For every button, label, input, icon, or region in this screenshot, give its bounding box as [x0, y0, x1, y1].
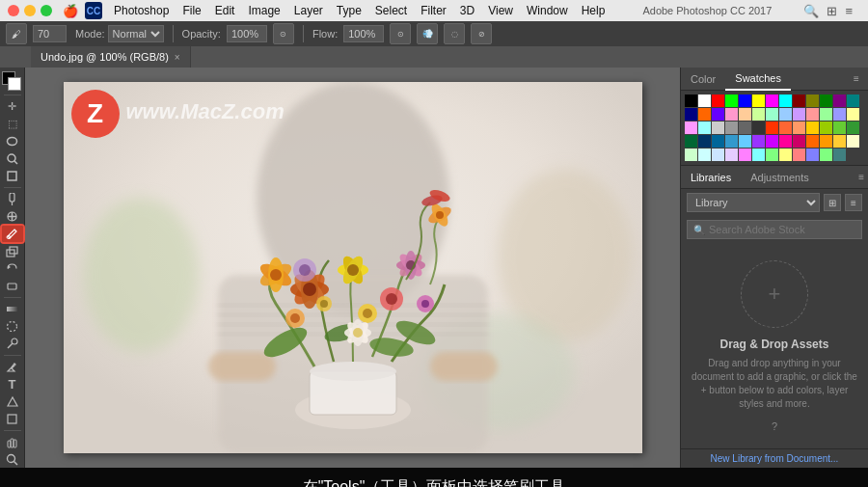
swatch-9[interactable]	[806, 95, 819, 107]
menu-filter[interactable]: Filter	[415, 2, 452, 19]
smoothing-btn[interactable]: ◌	[444, 23, 465, 44]
close-button[interactable]	[8, 5, 19, 16]
marquee-tool[interactable]: ⬚	[2, 116, 23, 132]
opacity-input[interactable]	[227, 25, 267, 42]
crop-tool[interactable]	[2, 168, 23, 184]
help-icon-lib[interactable]: ?	[772, 420, 777, 432]
swatch-57[interactable]	[752, 149, 765, 161]
brush-tool[interactable]	[2, 226, 23, 242]
gradient-tool[interactable]	[2, 301, 23, 317]
swatch-14[interactable]	[698, 108, 711, 121]
swatch-36[interactable]	[820, 122, 832, 134]
swatch-18[interactable]	[752, 108, 765, 121]
swatch-38[interactable]	[847, 122, 859, 134]
swatch-53[interactable]	[698, 149, 711, 161]
menu-select[interactable]: Select	[369, 2, 413, 19]
swatch-19[interactable]	[766, 108, 778, 121]
text-tool[interactable]: T	[2, 376, 23, 392]
tool-preset-btn[interactable]: 🖌	[6, 23, 27, 44]
swatch-8[interactable]	[793, 95, 805, 107]
swatch-54[interactable]	[712, 149, 724, 161]
swatch-56[interactable]	[739, 149, 751, 161]
menu-file[interactable]: File	[176, 2, 206, 19]
blur-tool[interactable]	[2, 318, 23, 335]
apple-icon[interactable]: 🍎	[62, 2, 79, 19]
swatch-45[interactable]	[766, 135, 778, 148]
library-grid-btn[interactable]: ⊞	[824, 194, 841, 211]
swatch-37[interactable]	[833, 122, 846, 134]
menu-icon[interactable]: ≡	[845, 4, 853, 18]
swatch-6[interactable]	[766, 95, 778, 107]
swatch-29[interactable]	[725, 122, 738, 134]
swatch-47[interactable]	[793, 135, 805, 148]
hand-tool[interactable]	[2, 434, 23, 450]
lasso-tool[interactable]	[2, 133, 23, 149]
library-list-btn[interactable]: ≡	[845, 194, 862, 211]
menu-photoshop[interactable]: Photoshop	[108, 2, 175, 19]
shape-tool[interactable]	[2, 411, 23, 427]
swatch-61[interactable]	[806, 149, 819, 161]
swatch-41[interactable]	[712, 135, 724, 148]
swatch-35[interactable]	[806, 122, 819, 134]
menu-window[interactable]: Window	[521, 2, 574, 19]
swatch-43[interactable]	[739, 135, 751, 148]
tab-libraries[interactable]: Libraries	[681, 166, 741, 189]
swatch-16[interactable]	[725, 108, 738, 121]
move-tool[interactable]: ✛	[2, 98, 23, 115]
mode-select[interactable]: Normal	[108, 25, 164, 42]
swatch-23[interactable]	[820, 108, 832, 121]
swatch-11[interactable]	[833, 95, 846, 107]
menu-image[interactable]: Image	[242, 2, 285, 19]
swatch-49[interactable]	[820, 135, 832, 148]
swatch-32[interactable]	[766, 122, 778, 134]
swatch-63[interactable]	[833, 149, 846, 161]
quick-select-tool[interactable]	[2, 150, 23, 167]
brush-size-input[interactable]	[33, 25, 67, 42]
swatch-40[interactable]	[698, 135, 711, 148]
swatch-51[interactable]	[847, 135, 859, 148]
swatch-58[interactable]	[766, 149, 778, 161]
document-tab[interactable]: Undo.jpg @ 100% (RGB/8) ×	[31, 46, 191, 68]
swatch-55[interactable]	[725, 149, 738, 161]
swatch-33[interactable]	[779, 122, 792, 134]
swatch-60[interactable]	[793, 149, 805, 161]
swatch-27[interactable]	[698, 122, 711, 134]
clone-tool[interactable]	[2, 243, 23, 259]
new-library-link[interactable]: New Library from Document...	[681, 448, 868, 468]
color-chips[interactable]	[2, 71, 23, 88]
flow-input[interactable]	[343, 25, 384, 42]
swatch-22[interactable]	[806, 108, 819, 121]
swatch-50[interactable]	[833, 135, 846, 148]
heal-tool[interactable]	[2, 208, 23, 225]
swatch-48[interactable]	[806, 135, 819, 148]
libraries-menu-btn[interactable]: ≡	[858, 172, 864, 182]
dodge-tool[interactable]	[2, 336, 23, 352]
tab-close-btn[interactable]: ×	[175, 52, 180, 63]
swatch-39[interactable]	[685, 135, 697, 148]
opacity-pressure-btn[interactable]: ⊙	[273, 23, 294, 44]
airbrush-btn[interactable]: 💨	[417, 23, 438, 44]
search-icon[interactable]: 🔍	[803, 4, 819, 18]
swatch-30[interactable]	[739, 122, 751, 134]
history-brush-tool[interactable]	[2, 260, 23, 277]
menu-type[interactable]: Type	[331, 2, 367, 19]
swatch-62[interactable]	[820, 149, 832, 161]
swatch-20[interactable]	[779, 108, 792, 121]
swatch-31[interactable]	[752, 122, 765, 134]
swatch-25[interactable]	[847, 108, 859, 121]
swatch-52[interactable]	[685, 149, 697, 161]
tab-color[interactable]: Color	[681, 68, 725, 91]
menu-3d[interactable]: 3D	[454, 2, 480, 19]
swatch-0[interactable]	[685, 95, 697, 107]
swatch-34[interactable]	[793, 122, 805, 134]
swatch-46[interactable]	[779, 135, 792, 148]
swatch-2[interactable]	[712, 95, 724, 107]
swatch-10[interactable]	[820, 95, 832, 107]
swatch-21[interactable]	[793, 108, 805, 121]
color-panel-menu-btn[interactable]: ≡	[849, 71, 864, 87]
pen-tool[interactable]	[2, 359, 23, 375]
swatch-7[interactable]	[779, 95, 792, 107]
document-canvas[interactable]: Z www.MacZ.com	[64, 82, 642, 453]
swatch-3[interactable]	[725, 95, 738, 107]
tab-swatches[interactable]: Swatches	[725, 68, 791, 91]
